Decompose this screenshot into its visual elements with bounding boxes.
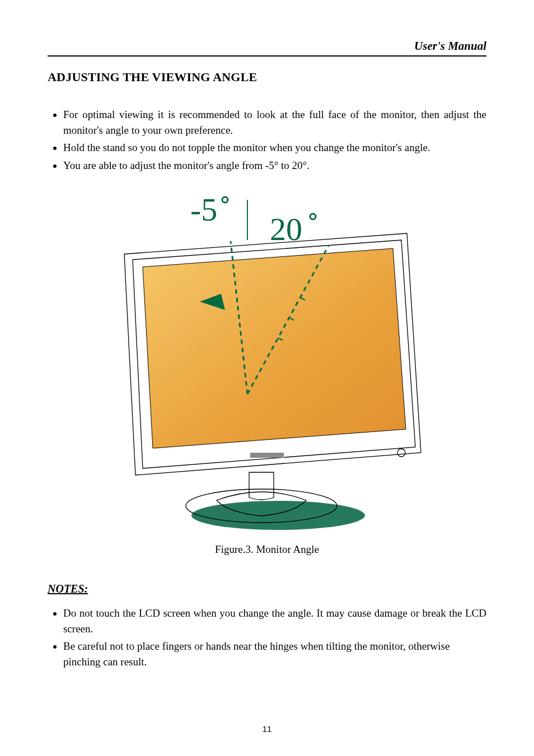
stand-shadow <box>191 501 365 530</box>
list-item: For optimal viewing it is recommended to… <box>63 107 486 138</box>
caption-prefix: Figure.3. <box>215 543 254 555</box>
list-item: Hold the stand so you do not topple the … <box>63 140 486 156</box>
figure-container: -5 20 Figure.3. Monitor Angle <box>48 190 486 556</box>
list-item: Do not touch the LCD screen when you cha… <box>63 605 486 636</box>
caption-text: Monitor Angle <box>256 543 318 555</box>
brand-badge <box>250 453 284 458</box>
figure-caption: Figure.3. Monitor Angle <box>48 543 486 556</box>
instruction-list: For optimal viewing it is recommended to… <box>48 107 486 173</box>
angle-neg-label: -5 <box>190 191 217 228</box>
header-rule <box>48 55 486 57</box>
list-item: You are able to adjust the monitor's ang… <box>63 158 486 173</box>
stand-neck <box>249 472 274 500</box>
monitor-angle-illustration: -5 20 <box>110 190 424 537</box>
section-heading: ADJUSTING THE VIEWING ANGLE <box>48 70 486 84</box>
header-right-title: User's Manual <box>48 39 486 53</box>
power-button-icon <box>397 449 405 457</box>
degree-icon <box>310 214 316 219</box>
notes-heading: NOTES: <box>48 583 486 595</box>
degree-icon <box>222 197 228 203</box>
monitor-screen <box>143 248 406 448</box>
angle-pos-label: 20 <box>270 211 302 247</box>
page-number: 11 <box>0 724 534 734</box>
notes-list: Do not touch the LCD screen when you cha… <box>48 605 486 669</box>
list-item: Be careful not to place fingers or hands… <box>63 638 486 669</box>
